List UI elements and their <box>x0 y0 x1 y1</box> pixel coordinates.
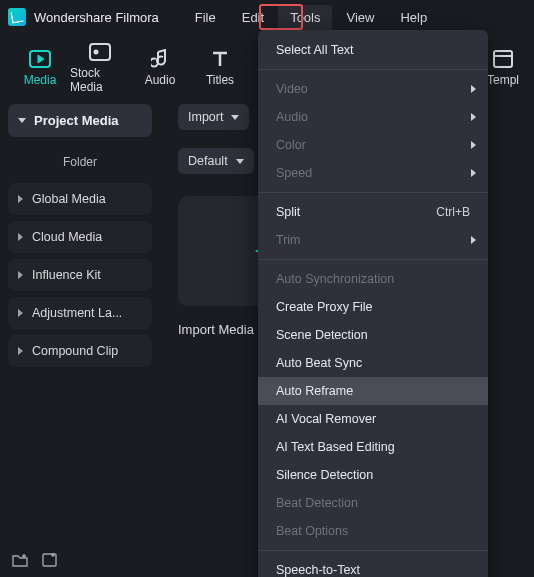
menu-view[interactable]: View <box>334 5 386 30</box>
menu-item-audio[interactable]: Audio <box>258 103 488 131</box>
tools-menu-popup: Select All Text Video Audio Color Speed … <box>258 30 488 577</box>
sidebar-item-adjustment-layer[interactable]: Adjustment La... <box>8 297 152 329</box>
svg-rect-6 <box>43 554 56 566</box>
sidebar-item-global-media[interactable]: Global Media <box>8 183 152 215</box>
svg-marker-1 <box>38 55 44 63</box>
menu-item-ai-vocal-remover[interactable]: AI Vocal Remover <box>258 405 488 433</box>
tab-titles-label: Titles <box>206 73 234 87</box>
chevron-right-icon <box>471 169 476 177</box>
svg-rect-4 <box>494 51 512 67</box>
chevron-right-icon <box>18 271 23 279</box>
tab-audio[interactable]: Audio <box>130 42 190 87</box>
sidebar-item-label: Compound Clip <box>32 344 118 358</box>
app-logo-icon <box>8 8 26 26</box>
sidebar: Project Media Folder Global Media Cloud … <box>0 96 160 547</box>
chevron-right-icon <box>18 233 23 241</box>
shortcut-label: Ctrl+B <box>436 205 470 219</box>
sidebar-sublabel: Folder <box>8 137 152 183</box>
new-bin-icon[interactable] <box>42 553 57 571</box>
menu-separator <box>258 192 488 193</box>
chevron-right-icon <box>471 85 476 93</box>
menubar: File Edit Tools View Help <box>183 5 439 30</box>
svg-rect-2 <box>90 44 110 60</box>
titles-icon <box>207 48 233 70</box>
import-label: Import <box>188 110 223 124</box>
stock-media-icon <box>87 41 113 63</box>
menu-item-auto-beat-sync[interactable]: Auto Beat Sync <box>258 349 488 377</box>
audio-icon <box>147 48 173 70</box>
menu-separator <box>258 69 488 70</box>
sidebar-item-compound-clip[interactable]: Compound Clip <box>8 335 152 367</box>
titlebar: Wondershare Filmora File Edit Tools View… <box>0 0 534 34</box>
sidebar-item-label: Cloud Media <box>32 230 102 244</box>
menu-item-beat-detection[interactable]: Beat Detection <box>258 489 488 517</box>
menu-item-speech-to-text[interactable]: Speech-to-Text <box>258 556 488 577</box>
tab-stock-media[interactable]: Stock Media <box>70 35 130 94</box>
tab-titles[interactable]: Titles <box>190 42 250 87</box>
menu-edit[interactable]: Edit <box>230 5 276 30</box>
chevron-right-icon <box>18 347 23 355</box>
menu-item-silence-detection[interactable]: Silence Detection <box>258 461 488 489</box>
tab-audio-label: Audio <box>145 73 176 87</box>
menu-help[interactable]: Help <box>388 5 439 30</box>
tab-media-label: Media <box>24 73 57 87</box>
new-folder-icon[interactable] <box>12 553 28 571</box>
chevron-right-icon <box>471 236 476 244</box>
tab-templates-label: Templ <box>487 73 519 87</box>
menu-item-split[interactable]: SplitCtrl+B <box>258 198 488 226</box>
chevron-right-icon <box>18 195 23 203</box>
menu-item-color[interactable]: Color <box>258 131 488 159</box>
menu-item-auto-reframe[interactable]: Auto Reframe <box>258 377 488 405</box>
templates-icon <box>490 48 516 70</box>
sidebar-item-influence-kit[interactable]: Influence Kit <box>8 259 152 291</box>
sidebar-head-label: Project Media <box>34 113 119 128</box>
menu-item-create-proxy[interactable]: Create Proxy File <box>258 293 488 321</box>
menu-item-ai-text-editing[interactable]: AI Text Based Editing <box>258 433 488 461</box>
chevron-right-icon <box>471 141 476 149</box>
menu-item-scene-detection[interactable]: Scene Detection <box>258 321 488 349</box>
app-name: Wondershare Filmora <box>34 10 159 25</box>
menu-tools[interactable]: Tools <box>278 5 332 30</box>
menu-item-speed[interactable]: Speed <box>258 159 488 187</box>
menu-item-video[interactable]: Video <box>258 75 488 103</box>
menu-item-select-all-text[interactable]: Select All Text <box>258 36 488 64</box>
chevron-right-icon <box>18 309 23 317</box>
caret-down-icon <box>18 118 26 123</box>
menu-item-trim[interactable]: Trim <box>258 226 488 254</box>
menu-item-beat-options[interactable]: Beat Options <box>258 517 488 545</box>
sidebar-item-label: Global Media <box>32 192 106 206</box>
sidebar-item-label: Adjustment La... <box>32 306 122 320</box>
sidebar-item-label: Influence Kit <box>32 268 101 282</box>
menu-item-auto-sync[interactable]: Auto Synchronization <box>258 265 488 293</box>
tab-templates[interactable]: Templ <box>482 42 524 87</box>
import-dropdown[interactable]: Import <box>178 104 249 130</box>
sidebar-head-project-media[interactable]: Project Media <box>8 104 152 137</box>
chevron-right-icon <box>471 113 476 121</box>
svg-point-3 <box>94 49 99 54</box>
sidebar-tree: Global Media Cloud Media Influence Kit A… <box>8 183 152 367</box>
sort-label: Default <box>188 154 228 168</box>
caret-down-icon <box>231 115 239 120</box>
tab-media[interactable]: Media <box>10 42 70 87</box>
sidebar-item-cloud-media[interactable]: Cloud Media <box>8 221 152 253</box>
media-icon <box>27 48 53 70</box>
menu-file[interactable]: File <box>183 5 228 30</box>
caret-down-icon <box>236 159 244 164</box>
sort-default-dropdown[interactable]: Default <box>178 148 254 174</box>
menu-separator <box>258 550 488 551</box>
tab-stock-label: Stock Media <box>70 66 130 94</box>
menu-separator <box>258 259 488 260</box>
